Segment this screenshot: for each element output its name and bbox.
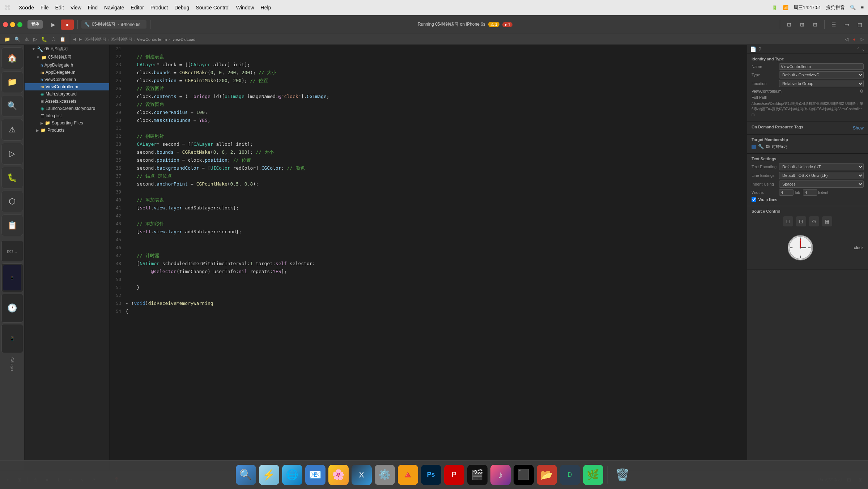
maximize-button[interactable] [17,22,22,27]
menu-help[interactable]: Help [261,5,271,10]
dock-mail[interactable]: 📧 [305,465,326,485]
bc-project[interactable]: 05-时钟练习 [85,37,106,42]
indent-using-select[interactable]: Spaces [779,180,864,188]
breakpoint-nav-btn[interactable]: ⬡ [50,35,57,43]
sim-thumb-2[interactable]: 📱 [1,263,23,292]
sim-report-icon[interactable]: 📋 [1,214,23,236]
show-link[interactable]: Show [853,126,864,131]
bc-file[interactable]: ViewController.m [137,37,167,42]
sim-thumb-4[interactable]: 📱 [1,324,23,353]
nav-item-viewcontroller-h[interactable]: h ViewController.h [25,76,109,83]
dock-terminal[interactable]: ⬛ [514,465,534,485]
menu-debug[interactable]: Debug [174,5,189,10]
nav-item-viewcontroller-m[interactable]: m ViewController.m [25,83,109,90]
dock-itunes[interactable]: ♪ [490,465,511,485]
spotlight-icon[interactable]: ≡ [861,5,864,10]
nav-item-products[interactable]: ▶ 📁 Products [25,127,109,134]
close-button[interactable] [3,22,8,27]
nav-item-assets[interactable]: ⊞ Assets.xcassets [25,98,109,105]
sim-search-icon[interactable]: 🔍 [1,95,23,117]
nav-item-appdelegate-m[interactable]: m AppDelegate.m [25,69,109,76]
dock-launchpad[interactable]: ⚡ [259,465,279,485]
error-badge[interactable]: ● 1 [502,22,512,27]
name-input[interactable] [779,63,864,70]
menu-window[interactable]: Window [236,5,254,10]
dock-finder[interactable]: 🔍 [236,465,256,485]
nav-item-info-plist[interactable]: ☰ Info.plist [25,112,109,119]
bc-forward[interactable]: ▶ [79,37,82,42]
code-editor[interactable]: 21 22 // 创建表盘 23 CALayer* clock = [[CALa… [110,45,747,470]
menu-edit[interactable]: Edit [55,5,64,10]
nav-item-appdelegate-h[interactable]: h AppDelegate.h [25,61,109,69]
ime-indicator[interactable]: 搜狗拼音 [826,4,845,11]
indent-width-input[interactable] [803,189,817,196]
sim-debug-icon[interactable]: 🐛 [1,167,23,188]
nav-item-group[interactable]: ▼ 📁 05-时钟练习 [25,53,109,61]
editor-assistant-btn[interactable]: ⊞ [797,20,808,30]
choose-file-btn[interactable]: ⚙ [860,89,864,94]
sim-folder-icon[interactable]: 📁 [1,71,23,93]
debug-toggle[interactable]: ▭ [841,20,852,30]
target-checkbox[interactable] [752,145,756,149]
encoding-select[interactable]: Default - Unicode (UT... [779,163,864,170]
sim-home-icon[interactable]: 🏠 [1,47,23,69]
warning-nav-btn[interactable]: ⚠ [23,35,30,43]
sc-compare-icon[interactable]: ⊡ [796,216,806,226]
menu-file[interactable]: File [41,5,49,10]
collapse-btn[interactable]: ⌃ [856,47,860,52]
sc-history-icon[interactable]: ⊙ [809,216,819,226]
apple-menu[interactable]: ⌘ [4,4,11,12]
folder-icon[interactable]: 📁 [3,35,12,43]
navigator-toggle[interactable]: ☰ [828,20,839,30]
nav-item-launch-storyboard[interactable]: ◉ LaunchScreen.storyboard [25,105,109,112]
minimize-button[interactable] [10,22,15,27]
location-select[interactable]: Relative to Group [779,80,864,87]
file-inspector-btn[interactable]: 📄 [750,46,756,52]
bc-folder[interactable]: 05-时钟练习 [111,37,132,42]
dock-xcode[interactable]: X [352,465,372,485]
error-indicator[interactable]: ● [851,35,857,43]
stop-button[interactable]: ■ [61,20,74,30]
editor-standard-btn[interactable]: ⊡ [784,20,795,30]
menu-view[interactable]: View [71,5,81,10]
dock-trash[interactable]: 🗑️ [612,465,633,485]
test-nav-btn[interactable]: ▷ [32,35,38,43]
editor-version-btn[interactable]: ⊟ [810,20,821,30]
quick-help-btn[interactable]: ? [758,46,761,52]
dock-filezilla[interactable]: 📂 [537,465,557,485]
menu-product[interactable]: Product [150,5,168,10]
sc-blame-icon[interactable]: ▦ [822,216,832,226]
sim-bp-icon[interactable]: ⬡ [1,191,23,212]
report-nav-btn[interactable]: 📋 [58,35,67,43]
dock-dash[interactable]: D [560,465,580,485]
menu-source-control[interactable]: Source Control [196,5,229,10]
type-select[interactable]: Default - Objective-C... [779,71,864,78]
menu-navigate[interactable]: Navigate [104,5,124,10]
dock-sourcetree[interactable]: 🌿 [583,465,603,485]
search-nav-btn[interactable]: 🔍 [13,35,22,43]
line-endings-select[interactable]: Default - OS X / Unix (LF) [779,172,864,179]
nav-item-project[interactable]: ▼ 🔧 05-时钟练习 [25,45,109,53]
dock-motion[interactable]: 🎬 [467,465,488,485]
sc-new-icon[interactable]: □ [783,216,793,226]
dock-sysprefs[interactable]: ⚙️ [375,465,395,485]
dock-safari[interactable]: 🌐 [282,465,302,485]
sim-thumb-3[interactable]: 🕐 [1,294,23,323]
expand-btn[interactable]: ⌄ [861,47,865,52]
nav-item-supporting[interactable]: ▶ 📁 Supporting Files [25,119,109,127]
dock-ps[interactable]: Ps [421,465,441,485]
warning-badge[interactable]: ⚠ 1 [488,22,499,27]
run-button[interactable]: ▶ [48,20,59,30]
sim-warn-icon[interactable]: ⚠ [1,119,23,141]
scheme-selector[interactable]: 🔧 05-时钟练习 › iPhone 6s [81,20,146,29]
bc-back[interactable]: ◀ [73,37,76,42]
wrap-lines-checkbox[interactable] [752,197,756,202]
next-issue-btn[interactable]: ▷ [859,35,865,43]
dock-pp[interactable]: P [444,465,464,485]
sim-test-icon[interactable]: ▷ [1,143,23,165]
menu-find[interactable]: Find [88,5,98,10]
sim-thumb-1[interactable]: pos… [1,240,23,262]
dock-sketch[interactable]: 🔺 [398,465,418,485]
inspector-toggle[interactable]: ▨ [854,20,865,30]
menu-xcode[interactable]: Xcode [19,5,34,10]
